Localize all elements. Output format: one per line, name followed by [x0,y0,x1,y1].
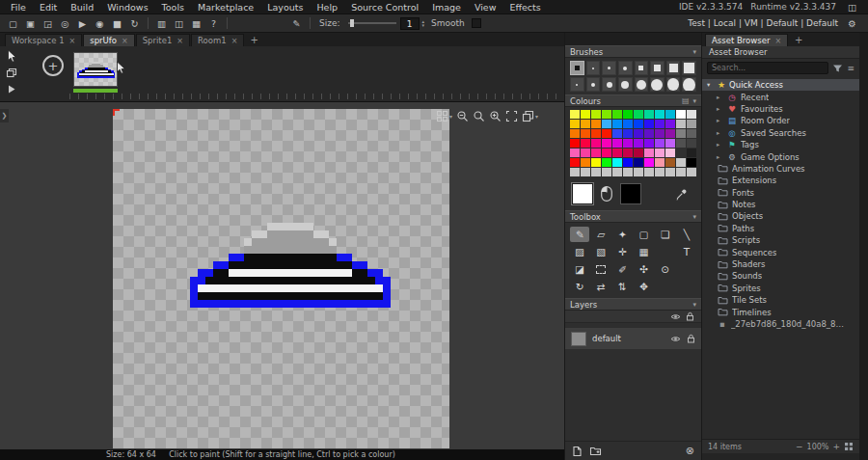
palette-swatch[interactable] [581,149,590,157]
brush-square-5[interactable] [635,61,649,75]
palette-swatch[interactable] [634,129,643,138]
view-toggle-icon[interactable] [844,442,854,451]
palette-empty-slot[interactable] [602,168,611,176]
palette-swatch[interactable] [581,139,590,148]
brush-square-9[interactable] [666,61,681,75]
palette-swatch[interactable] [570,110,580,119]
palette-swatch[interactable] [591,129,601,138]
collapse-caret-icon[interactable]: ▾ [692,48,696,56]
tool-crosshair[interactable]: ✛ [612,244,632,259]
menu-help[interactable]: Help [310,0,344,14]
palette-swatch[interactable] [655,110,665,119]
palette-swatch[interactable] [623,120,633,128]
new-project-button[interactable]: ▢ [5,16,21,31]
palette-swatch[interactable] [644,139,654,148]
palette-swatch[interactable] [591,149,601,157]
frame-timeline-ruler[interactable] [69,94,559,99]
pencil-tool-icon[interactable]: ✎ [288,16,305,31]
collapse-caret-icon[interactable]: ▾ [692,213,696,221]
menu-tools[interactable]: Tools [155,0,191,14]
zoom-out-button[interactable] [456,110,469,122]
palette-swatch[interactable] [676,158,686,167]
palette-swatch[interactable] [570,120,580,128]
tree-folder-notes[interactable]: Notes [702,199,859,210]
palette-swatch[interactable] [602,149,611,157]
tab-close-icon[interactable]: × [231,37,238,45]
view-options-button[interactable]: ▾ [522,110,538,122]
new-layer-folder-button[interactable] [589,446,602,456]
collapse-caret-icon[interactable]: ▾ [692,97,696,105]
tree-item-resource[interactable]: ▪_27eb7d86_180d_40a8_812a_021dc995c56... [702,318,859,330]
palette-swatch[interactable] [602,110,611,119]
collapse-panel-button[interactable]: ❯ [0,109,9,122]
tool-flip-horizontal[interactable]: ⇄ [591,279,610,294]
target-manager-button[interactable]: ◎ [57,16,73,31]
tool-rotate[interactable]: ↻ [570,279,589,294]
primary-colour-swatch[interactable] [572,183,593,204]
spin-down-icon[interactable]: ▾ [422,23,425,28]
tab-asset-browser[interactable]: Asset Browser × [705,34,788,46]
layers-header[interactable]: Layers ▾ [565,298,701,311]
palette-swatch[interactable] [570,139,580,148]
run-button[interactable]: ▶ [74,16,91,31]
tree-folder-objects[interactable]: Objects [702,210,859,222]
brush-circle-3[interactable] [602,61,616,75]
caret-down-icon[interactable]: ▾ [707,81,714,89]
caret-right-icon[interactable]: ▸ [717,129,723,137]
visibility-all-icon[interactable] [670,312,681,321]
palette-swatch[interactable] [655,139,665,148]
tool-zoom[interactable]: ⊙ [656,261,675,277]
sprite-canvas[interactable] [113,109,449,448]
target-config-text[interactable]: Test | Local | VM | Default | Default [688,18,838,28]
palette-swatch[interactable] [591,158,601,167]
palette-swatch[interactable] [623,139,633,148]
tree-folder-animation-curves[interactable]: Animation Curves [702,163,859,175]
tab-close-icon[interactable]: × [69,37,76,45]
palette-swatch[interactable] [676,139,686,148]
palette-swatch[interactable] [665,149,675,157]
add-panel-tab-button[interactable]: + [790,35,807,45]
palette-swatch[interactable] [591,139,601,148]
palette-swatch[interactable] [676,149,686,157]
brushes-header[interactable]: Brushes ▾ [565,45,701,58]
delete-layer-button[interactable]: ⊗ [686,445,694,457]
layer-lock-icon[interactable] [687,334,695,343]
debug-button[interactable]: ◉ [92,16,108,31]
zoom-reset-button[interactable] [473,110,485,122]
brush-circle-2[interactable] [586,61,601,75]
layer-visibility-icon[interactable] [670,335,681,343]
zoom-in-button[interactable]: + [832,442,840,451]
tree-item-favourites[interactable]: ▸♥Favourites [702,103,859,115]
palette-swatch[interactable] [655,158,665,167]
menu-source-control[interactable]: Source Control [344,0,425,14]
tool-freehand-draw[interactable]: ✐ [612,261,632,277]
palette-empty-slot[interactable] [655,168,665,176]
palette-swatch[interactable] [581,158,590,167]
palette-swatch[interactable] [676,129,686,138]
palette-swatch[interactable] [602,129,611,138]
collapse-caret-icon[interactable]: ▾ [692,301,696,309]
palette-swatch[interactable] [644,158,654,167]
palette-swatch[interactable] [623,129,633,138]
brush-square-5[interactable] [570,61,584,75]
tree-folder-sprites[interactable]: Sprites [702,283,859,294]
palette-empty-slot[interactable] [570,168,580,176]
palette-swatch[interactable] [570,129,580,138]
palette-swatch[interactable] [655,149,665,157]
palette-empty-slot[interactable] [665,168,675,176]
save-project-button[interactable]: ◲ [40,16,56,31]
layer-item[interactable]: default [565,328,701,349]
smooth-checkbox[interactable] [472,18,481,28]
filter-icon[interactable] [832,64,843,73]
brush-circle-8[interactable] [618,77,633,92]
caret-right-icon[interactable]: ▸ [717,117,723,124]
brush-square-7[interactable] [650,61,665,75]
palette-swatch[interactable] [570,149,580,157]
palette-swatch[interactable] [665,129,675,138]
tree-folder-sequences[interactable]: Sequences [702,246,859,257]
palette-swatch[interactable] [676,120,686,128]
tool-text[interactable]: T [677,244,696,259]
palette-swatch[interactable] [634,158,643,167]
open-project-button[interactable]: ▣ [22,16,39,31]
palette-swatch[interactable] [687,110,696,119]
